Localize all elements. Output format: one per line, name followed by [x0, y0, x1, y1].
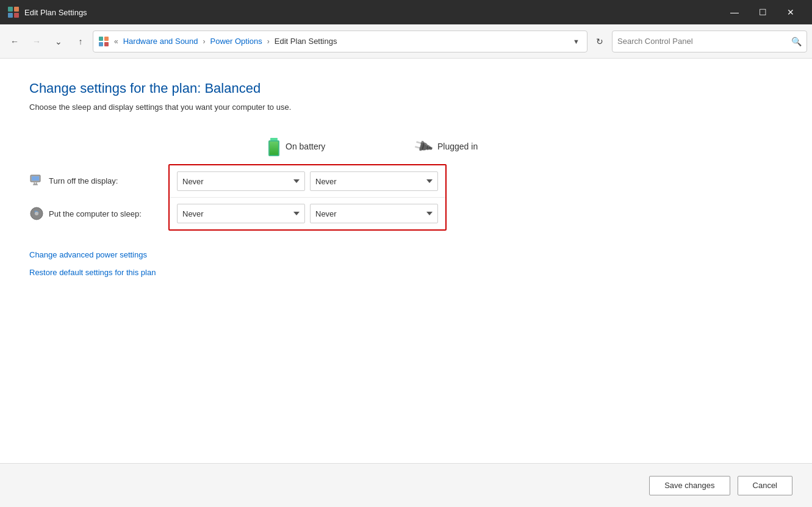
link-section: Change advanced power settings Restore d…	[29, 250, 783, 277]
sep2: ›	[203, 37, 206, 46]
display-plugged-in-select[interactable]: Never 1 minute 5 minutes 10 minutes 15 m…	[310, 171, 438, 191]
settings-grid: Turn off the display: Put the computer t…	[29, 164, 783, 231]
sep1: «	[114, 37, 118, 46]
footer-bar: Save changes Cancel	[0, 463, 812, 507]
forward-button[interactable]: →	[27, 32, 46, 51]
svg-rect-3	[14, 13, 19, 18]
search-input[interactable]	[617, 37, 788, 46]
breadcrumb-power[interactable]: Power Options	[210, 37, 262, 46]
svg-rect-1	[14, 7, 19, 12]
display-label-row: Turn off the display:	[29, 164, 168, 197]
page-title: Change settings for the plan: Balanced	[29, 81, 783, 96]
minimize-button[interactable]: —	[720, 0, 749, 24]
sleep-setting-label: Put the computer to sleep:	[49, 209, 142, 218]
restore-defaults-link[interactable]: Restore default settings for this plan	[29, 268, 783, 277]
address-dropdown-arrow[interactable]: ▼	[570, 37, 582, 46]
window-controls: — ☐ ✕	[720, 0, 805, 24]
sleep-on-battery-select[interactable]: Never 1 minute 5 minutes 10 minutes 15 m…	[177, 204, 305, 223]
cancel-button[interactable]: Cancel	[738, 476, 792, 495]
svg-rect-2	[8, 13, 13, 18]
maximize-button[interactable]: ☐	[749, 0, 777, 24]
plug-icon: 🔌	[412, 135, 434, 157]
column-header-battery: On battery	[261, 131, 408, 162]
close-button[interactable]: ✕	[777, 0, 805, 24]
window-title: Edit Plan Settings	[24, 8, 720, 17]
back-button[interactable]: ←	[5, 32, 24, 51]
display-icon	[29, 173, 44, 188]
search-icon[interactable]: 🔍	[791, 37, 802, 46]
search-box[interactable]: 🔍	[612, 31, 807, 52]
svg-rect-7	[104, 42, 109, 46]
sleep-plugged-in-select[interactable]: Never 1 minute 5 minutes 10 minutes 15 m…	[310, 204, 438, 223]
save-button[interactable]: Save changes	[649, 476, 730, 495]
content-area: Change settings for the plan: Balanced C…	[0, 59, 812, 463]
page-subtitle: Choose the sleep and display settings th…	[29, 102, 783, 112]
column-header-plugged: 🔌 Plugged in	[408, 131, 554, 162]
refresh-button[interactable]: ↻	[590, 32, 609, 51]
breadcrumb-hardware[interactable]: Hardware and Sound	[123, 37, 198, 46]
display-setting-label: Turn off the display:	[49, 176, 118, 185]
column-headers: On battery 🔌 Plugged in	[261, 131, 783, 162]
address-icon	[98, 36, 109, 47]
sleep-label-row: Put the computer to sleep:	[29, 197, 168, 230]
breadcrumb-current: Edit Plan Settings	[275, 37, 337, 46]
display-dropdown-row: Never 1 minute 5 minutes 10 minutes 15 m…	[170, 165, 445, 198]
svg-rect-0	[8, 7, 13, 12]
sleep-dropdown-row: Never 1 minute 5 minutes 10 minutes 15 m…	[170, 198, 445, 229]
app-icon	[7, 6, 20, 18]
plugged-in-label: Plugged in	[437, 142, 478, 151]
svg-point-12	[35, 212, 38, 215]
svg-rect-10	[33, 184, 38, 185]
addressbar: ← → ⌄ ↑ « Hardware and Sound › Power Opt…	[0, 24, 812, 59]
battery-icon	[268, 136, 279, 157]
main-content: Change settings for the plan: Balanced C…	[0, 59, 812, 507]
titlebar: Edit Plan Settings — ☐ ✕	[0, 0, 812, 24]
up-button[interactable]: ↑	[71, 32, 90, 51]
svg-rect-4	[99, 37, 103, 41]
svg-rect-9	[32, 176, 39, 181]
svg-rect-5	[104, 37, 109, 41]
sep3: ›	[267, 37, 270, 46]
svg-rect-6	[99, 42, 103, 46]
sleep-icon	[29, 206, 44, 221]
on-battery-label: On battery	[286, 142, 325, 151]
icon-label-column: Turn off the display: Put the computer t…	[29, 164, 168, 230]
advanced-settings-link[interactable]: Change advanced power settings	[29, 250, 783, 259]
settings-dropdowns-box: Never 1 minute 5 minutes 10 minutes 15 m…	[168, 164, 447, 231]
recent-button[interactable]: ⌄	[49, 32, 68, 51]
display-on-battery-select[interactable]: Never 1 minute 5 minutes 10 minutes 15 m…	[177, 171, 305, 191]
address-box[interactable]: « Hardware and Sound › Power Options › E…	[93, 31, 587, 52]
